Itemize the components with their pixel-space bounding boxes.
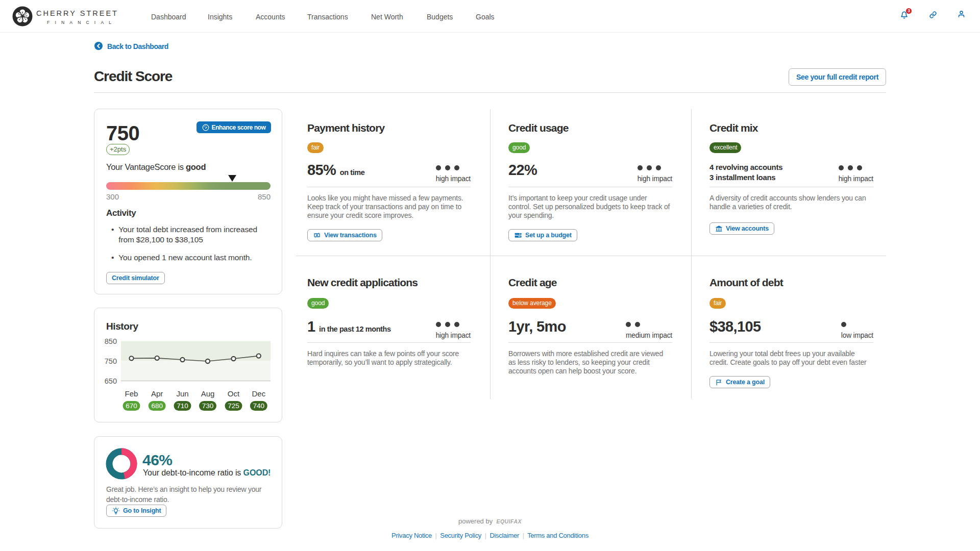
svg-text:Dec: Dec xyxy=(252,389,265,398)
svg-text:Feb: Feb xyxy=(125,389,138,398)
svg-text:850: 850 xyxy=(105,337,117,345)
svg-text:650: 650 xyxy=(105,377,117,385)
svg-text:Jun: Jun xyxy=(176,389,188,398)
svg-text:730: 730 xyxy=(202,402,214,410)
svg-text:670: 670 xyxy=(126,402,137,410)
svg-text:750: 750 xyxy=(105,357,117,365)
svg-text:710: 710 xyxy=(177,402,188,410)
svg-text:Oct: Oct xyxy=(228,389,240,398)
svg-text:725: 725 xyxy=(228,402,239,410)
svg-text:740: 740 xyxy=(253,402,265,410)
svg-text:Apr: Apr xyxy=(151,389,163,398)
svg-text:Aug: Aug xyxy=(201,389,215,398)
svg-text:680: 680 xyxy=(151,402,163,410)
